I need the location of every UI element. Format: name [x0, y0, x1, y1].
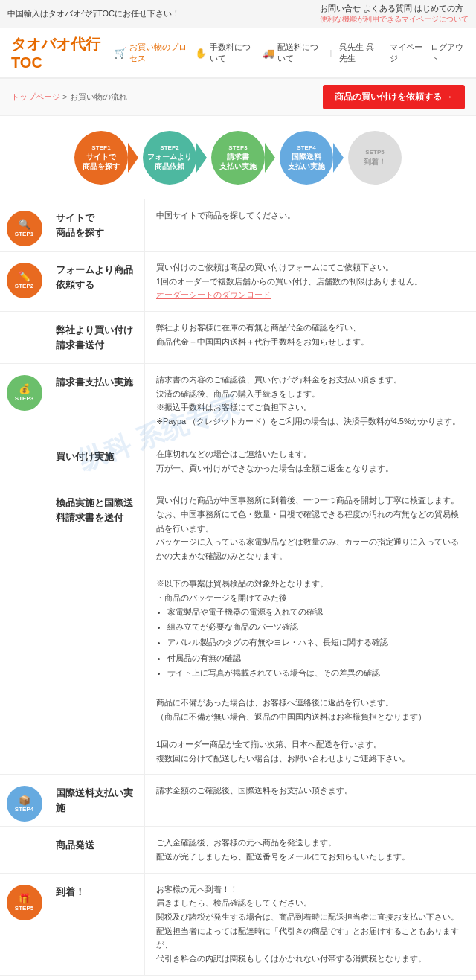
step-4-circle: STEP4 国際送料 支払い実施: [280, 131, 333, 185]
step-4-arrow: [333, 143, 348, 173]
content-row-step3: 💰 STEP3 請求書支払い実施 請求書の内容のご確認後、買い付け代行料金をお支…: [0, 364, 476, 438]
title-step5: 到着！: [48, 874, 145, 975]
top-bar: 中国輸入はタオバオ代行TOCにお任せ下さい！ お問い合せ よくある質問 はじめて…: [0, 0, 476, 28]
main-nav: 🛒 お買い物のプロセス ✋ 手数料について 🚚 配送料について | 呉先生 呉先…: [114, 42, 465, 64]
nav-mypage[interactable]: マイページ: [390, 42, 424, 64]
inspect-list-item: サイト上に写真が掲載されている場合は、その差異の確認: [167, 666, 465, 680]
badge-step2: ✏️ STEP2: [7, 263, 42, 298]
content-row-step1: 🔍 STEP1 サイトで商品を探す 中国サイトで商品を探してください。: [0, 199, 476, 252]
nav-fee[interactable]: ✋ 手数料について: [195, 42, 255, 64]
step-3-arrow: [265, 143, 280, 173]
nav-logout[interactable]: ログアウト: [431, 42, 465, 64]
inspect-list-item: 付属品の有無の確認: [167, 651, 465, 665]
mypage-link[interactable]: 便利な機能が利用できるマイページについて: [320, 15, 469, 23]
step-4-item: STEP4 国際送料 支払い実施: [280, 131, 333, 185]
step-1-item: STEP1 サイトで 商品を探す: [74, 131, 128, 185]
desc-step2: 買い付けのご依頼は商品の買い付けフォームにてご依頼下さい。 1回のオーダーで複数…: [145, 252, 476, 311]
truck-icon: 🚚: [263, 48, 274, 59]
no-badge-col: [0, 312, 48, 363]
desc-inspect: 買い付けた商品が中国事務所に到着後、一つ一つ商品を開封し丁寧に検査します。 なお…: [145, 484, 476, 774]
title-inspect: 検品実施と国際送料請求書を送付: [48, 484, 145, 774]
top-bar-text: 中国輸入はタオバオ代行TOCにお任せ下さい！: [7, 8, 180, 19]
title-step1: サイトで商品を探す: [48, 199, 145, 251]
no-badge-col2: [0, 438, 48, 484]
content-row-inspect: 検品実施と国際送料請求書を送付 買い付けた商品が中国事務所に到着後、一つ一つ商品…: [0, 484, 476, 775]
step-5-circle: SETP5 到着！: [348, 131, 402, 185]
step-2-item: STEP2 フォームより 商品依頼: [143, 131, 196, 185]
step-1-circle: STEP1 サイトで 商品を探す: [74, 131, 128, 185]
desc-step1: 中国サイトで商品を探してください。: [145, 199, 476, 251]
desc-step5: お客様の元へ到着！！ 届きましたら、検品確認をしてください。 関税及び諸税が発生…: [145, 874, 476, 975]
badge-col-step5: 🎁 STEP5: [0, 874, 48, 975]
breadcrumb-current: お買い物の流れ: [70, 92, 127, 101]
inspect-list-item: 家電製品や電子機器の電源を入れての確認: [167, 605, 465, 619]
step-3-item: STEP3 請求書 支払い実施: [211, 131, 265, 185]
beginner-link[interactable]: はじめての方: [414, 4, 463, 13]
no-badge-col4: [0, 827, 48, 872]
contact-link[interactable]: お問い合せ: [320, 4, 361, 13]
breadcrumb-bar: トップページ > お買い物の流れ 商品の買い付けを依頼する →: [0, 79, 476, 116]
badge-col-step3: 💰 STEP3: [0, 364, 48, 438]
step-2-circle: STEP2 フォームより 商品依頼: [143, 131, 196, 185]
content-row-dispatch: 商品発送 ご入金確認後、お客様の元へ商品を発送します。 配送が完了しましたら、配…: [0, 827, 476, 873]
buy-button[interactable]: 商品の買い付けを依頼する →: [323, 85, 465, 109]
steps-row: STEP1 サイトで 商品を探す STEP2 フォームより 商品依頼 STEP3…: [11, 131, 465, 185]
badge-col-step2: ✏️ STEP2: [0, 252, 48, 311]
faq-link[interactable]: よくある質問: [363, 4, 412, 13]
step-3-circle: STEP3 請求書 支払い実施: [211, 131, 265, 185]
desc-step4: 請求金額のご確認後、国際送料をお支払い頂きます。: [145, 775, 476, 826]
inspect-list-item: 組み立てが必要な商品のパーツ確認: [167, 620, 465, 634]
title-purchase: 買い付け実施: [48, 438, 145, 484]
order-sheet-link[interactable]: オーダーシートのダウンロード: [156, 290, 271, 299]
desc-purchase: 在庫切れなどの場合はご連絡いたします。 万が一、買い付けができなかった場合は全額…: [145, 438, 476, 484]
content-row-purchase: 買い付け実施 在庫切れなどの場合はご連絡いたします。 万が一、買い付けができなか…: [0, 438, 476, 484]
badge-col-step4: 📦 STEP4: [0, 775, 48, 826]
breadcrumb-home[interactable]: トップページ: [11, 92, 60, 101]
title-step3: 請求書支払い実施: [48, 364, 145, 438]
step-1-arrow: [128, 143, 143, 173]
nav-process[interactable]: 🛒 お買い物のプロセス: [114, 42, 188, 64]
title-step2: フォームより商品依頼する: [48, 252, 145, 311]
no-badge-col3: [0, 484, 48, 774]
buy-button-label: 商品の買い付けを依頼する →: [335, 91, 453, 103]
title-step4: 国際送料支払い実施: [48, 775, 145, 826]
badge-step5: 🎁 STEP5: [7, 885, 42, 920]
nav-shipping[interactable]: 🚚 配送料について: [263, 42, 323, 64]
desc-step3: 請求書の内容のご確認後、買い付け代行料金をお支払い頂きます。 決済の確認後、商品…: [145, 364, 476, 438]
badge-step4: 📦 STEP4: [7, 786, 42, 822]
badge-col-step1: 🔍 STEP1: [0, 199, 48, 251]
title-dispatch: 商品発送: [48, 827, 145, 872]
top-bar-links: お問い合せ よくある質問 はじめての方 便利な機能が利用できるマイページについて: [320, 3, 469, 25]
desc-dispatch: ご入金確認後、お客様の元へ商品を発送します。 配送が完了しましたら、配送番号をメ…: [145, 827, 476, 872]
breadcrumb: トップページ > お買い物の流れ: [11, 92, 127, 103]
content-row-step4: 📦 STEP4 国際送料支払い実施 請求金額のご確認後、国際送料をお支払い頂きま…: [0, 775, 476, 827]
inspect-list-item: アパレル製品のタグの有無やヨレ・ハネ、長短に関する確認: [167, 635, 465, 650]
desc-estimate: 弊社よりお客様に在庫の有無と商品代金の確認を行い、 商品代金＋中国国内送料＋代行…: [145, 312, 476, 363]
steps-section: STEP1 サイトで 商品を探す STEP2 フォームより 商品依頼 STEP3…: [0, 116, 476, 192]
nav-member[interactable]: 呉先生 呉先生: [339, 42, 382, 64]
header: タオバオ代行TOC 🛒 お買い物のプロセス ✋ 手数料について 🚚 配送料につい…: [0, 28, 476, 79]
badge-step1: 🔍 STEP1: [7, 211, 42, 246]
step-2-arrow: [196, 143, 211, 173]
content-row-step5: 🎁 STEP5 到着！ お客様の元へ到着！！ 届きましたら、検品確認をしてくださ…: [0, 874, 476, 976]
main-content: 纵科 系统专家 🔍 STEP1 サイトで商品を探す 中国サイトで商品を探してくだ…: [0, 192, 476, 980]
step-5-item: SETP5 到着！: [348, 131, 402, 185]
content-row-step2: ✏️ STEP2 フォームより商品依頼する 買い付けのご依頼は商品の買い付けフォ…: [0, 252, 476, 312]
site-logo[interactable]: タオバオ代行TOC: [11, 34, 114, 71]
cart-icon: 🛒: [114, 47, 126, 59]
badge-step3: 💰 STEP3: [7, 375, 42, 411]
hand-icon: ✋: [195, 48, 207, 59]
title-estimate: 弊社より買い付け請求書送付: [48, 312, 145, 363]
content-row-estimate: 弊社より買い付け請求書送付 弊社よりお客様に在庫の有無と商品代金の確認を行い、 …: [0, 312, 476, 364]
